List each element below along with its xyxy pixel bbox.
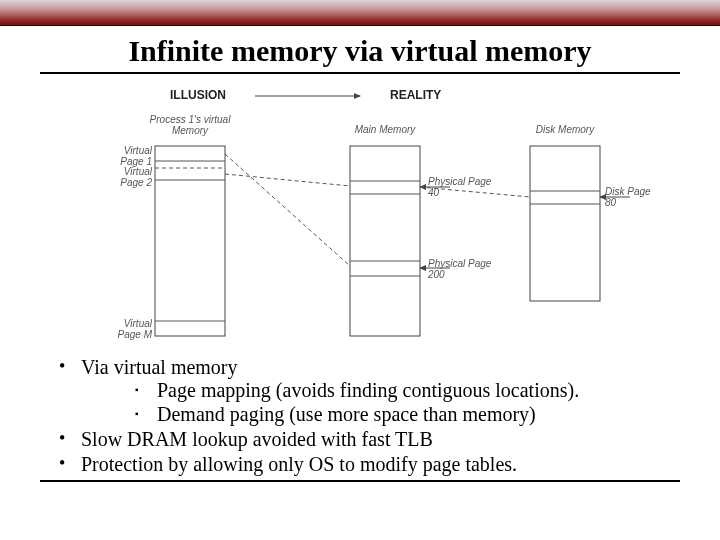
lbl-pp40: Physical Page 40 (428, 176, 491, 198)
bullet-3: Protection by allowing only OS to modify… (55, 453, 680, 476)
slide-title: Infinite memory via virtual memory (0, 26, 720, 70)
bullet-list: Via virtual memory Page mapping (avoids … (55, 356, 680, 476)
lbl-vpM: Virtual Page M (112, 318, 152, 340)
svg-line-14 (225, 154, 350, 266)
vm-figure: ILLUSION REALITY Process 1's virtual Mem… (70, 86, 650, 346)
title-underline (40, 72, 680, 74)
col-disk: Disk Memory (525, 124, 605, 135)
header-gradient-bar (0, 0, 720, 26)
svg-rect-11 (530, 146, 600, 301)
lbl-pp200: Physical Page 200 (428, 258, 491, 280)
hdr-illusion: ILLUSION (170, 88, 226, 102)
bullet-1-sub-2: Demand paging (use more space than memor… (131, 403, 680, 426)
closing-rule (40, 480, 680, 482)
col-virtual: Process 1's virtual Memory (140, 114, 240, 136)
svg-rect-6 (350, 146, 420, 336)
hdr-reality: REALITY (390, 88, 441, 102)
col-main: Main Memory (345, 124, 425, 135)
bullet-1: Via virtual memory Page mapping (avoids … (55, 356, 680, 426)
svg-rect-1 (155, 146, 225, 336)
lbl-vp2: Virtual Page 2 (112, 166, 152, 188)
bullet-2: Slow DRAM lookup avoided with fast TLB (55, 428, 680, 451)
lbl-vp1: Virtual Page 1 (112, 145, 152, 167)
bullet-1-text: Via virtual memory (81, 356, 238, 378)
svg-line-15 (225, 174, 350, 186)
lbl-dp80: Disk Page 80 (605, 186, 651, 208)
bullet-1-sub-1: Page mapping (avoids finding contiguous … (131, 379, 680, 402)
